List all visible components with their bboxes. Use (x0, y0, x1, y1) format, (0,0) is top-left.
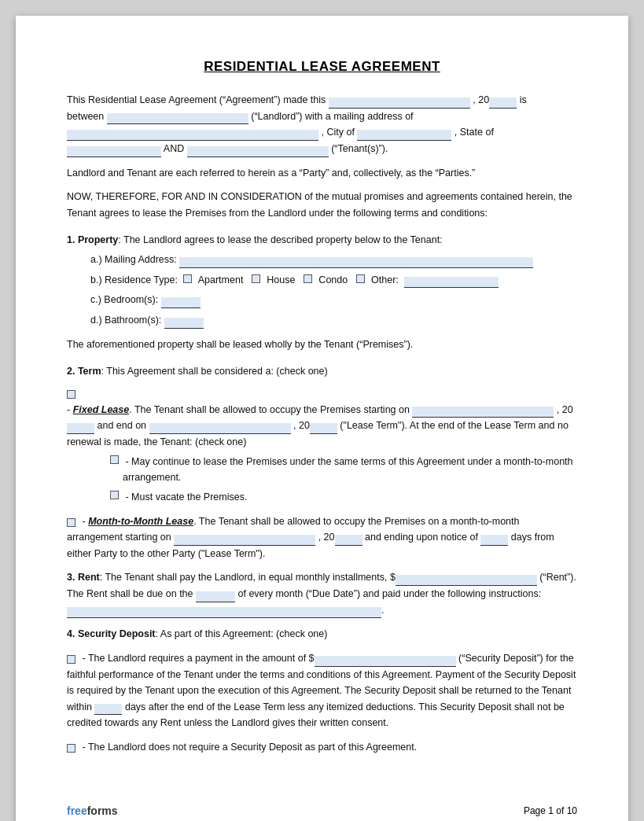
fixed-end-date-field[interactable] (149, 423, 291, 434)
property-mailing-address-row: a.) Mailing Address: (90, 252, 577, 268)
house-checkbox[interactable] (252, 274, 260, 283)
parties-text: Landlord and Tenant are each referred to… (67, 165, 577, 182)
vacate-checkbox[interactable] (110, 491, 119, 499)
security-deposit-option2: - The Landlord does not require a Securi… (67, 739, 577, 756)
fixed-lease-block: - Fixed Lease. The Tenant shall be allow… (67, 388, 577, 506)
agreement-date-field[interactable] (329, 98, 470, 109)
section2-heading: 2. Term: This Agreement shall be conside… (67, 363, 577, 380)
section1-heading: 1. Property: The Landlord agrees to leas… (67, 232, 577, 249)
section1-items: a.) Mailing Address: b.) Residence Type:… (90, 252, 577, 329)
bedrooms-field[interactable] (161, 297, 201, 308)
rent-amount-field[interactable] (396, 575, 537, 586)
security-deposit-amount-field[interactable] (315, 656, 456, 667)
document-footer: freeforms Page 1 of 10 (67, 804, 577, 817)
bathrooms-row: d.) Bathroom(s): (90, 312, 577, 329)
no-security-deposit-checkbox[interactable] (67, 744, 75, 753)
intro-line1-pre: This Residential Lease Agreement (“Agree… (67, 94, 326, 105)
section3-heading: 3. Rent: The Tenant shall pay the Landlo… (67, 569, 577, 618)
mtm-lease-block: - Month-to-Month Lease. The Tenant shall… (67, 514, 577, 562)
fixed-start-date-field[interactable] (412, 407, 554, 418)
fixed-lease-checkbox[interactable] (67, 390, 75, 399)
fixed-start-year-field[interactable] (67, 423, 94, 434)
document-title: RESIDENTIAL LEASE AGREEMENT (67, 59, 577, 75)
residence-type-row: b.) Residence Type: Apartment House Cond… (90, 272, 577, 289)
mtm-start-date-field[interactable] (174, 535, 315, 546)
state-field[interactable] (67, 146, 161, 157)
page-number: Page 1 of 10 (524, 805, 577, 816)
payment-instructions-field[interactable] (67, 607, 381, 618)
intro-paragraph: This Residential Lease Agreement (“Agree… (67, 92, 577, 157)
apartment-checkbox[interactable] (183, 274, 192, 283)
condo-checkbox[interactable] (304, 274, 312, 283)
due-date-field[interactable] (196, 591, 235, 602)
tenant-name-field[interactable] (187, 146, 329, 157)
bathrooms-field[interactable] (164, 318, 204, 329)
document-page: RESIDENTIAL LEASE AGREEMENT This Residen… (16, 16, 628, 821)
vacate-option: - Must vacate the Premises. (110, 489, 577, 506)
property-address-field[interactable] (179, 257, 533, 268)
consideration-text: NOW, THEREFORE, FOR AND IN CONSIDERATION… (67, 189, 577, 221)
mtm-continue-checkbox[interactable] (110, 455, 119, 464)
security-deposit-required-checkbox[interactable] (67, 655, 75, 664)
year-field[interactable] (489, 98, 517, 109)
section4-heading: 4. Security Deposit: As part of this Agr… (67, 626, 577, 642)
other-type-field[interactable] (404, 277, 499, 288)
fixed-end-year-field[interactable] (310, 423, 337, 434)
other-checkbox[interactable] (356, 274, 365, 283)
premises-closing: The aforementioned property shall be lea… (67, 337, 577, 353)
return-days-field[interactable] (94, 704, 122, 715)
mtm-start-year-field[interactable] (335, 535, 362, 546)
city-field[interactable] (357, 130, 451, 141)
landlord-name-field[interactable] (107, 113, 248, 124)
mailing-address-field[interactable] (67, 130, 318, 141)
mtm-days-field[interactable] (480, 535, 508, 546)
bedrooms-row: c.) Bedroom(s): (90, 292, 577, 308)
mtm-lease-checkbox[interactable] (67, 518, 75, 527)
brand-logo: freeforms (67, 804, 118, 817)
month-to-month-option: - May continue to lease the Premises und… (110, 454, 577, 486)
security-deposit-option1: - The Landlord requires a payment in the… (67, 650, 577, 731)
